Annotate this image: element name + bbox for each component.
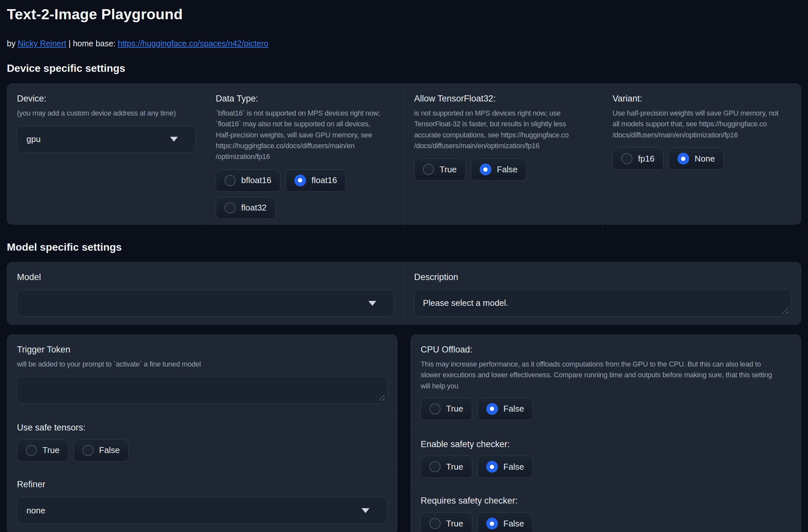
radio-option-label: True [446,462,463,472]
byline: by Nicky Reinert | home base: https://hu… [7,38,801,48]
radio-icon [621,153,632,164]
radio-option-label: False [503,404,525,414]
home-base-link[interactable]: https://huggingface.co/spaces/n42/picter… [118,39,268,48]
cpu-offload-radio-group: True False [421,398,791,420]
requires-safety-checker-label: Requires safety checker: [421,495,791,507]
cpu-offload-label: CPU Offload: [421,344,791,355]
description-field: Description Please select a model. [404,262,801,325]
allow-tensorfloat32-label: Allow TensorFloat32: [414,93,593,105]
model-label: Model [17,272,394,283]
radio-option-bfloat16[interactable]: bfloat16 [216,169,280,191]
variant-info: Use half-precision weights will save GPU… [612,108,791,140]
radio-option-label: False [497,165,518,175]
device-settings-panel: Device: (you may add a custom device add… [7,84,801,224]
radio-icon [294,175,306,186]
resize-handle-icon[interactable] [376,392,385,401]
model-settings-heading: Model specific settings [7,241,801,253]
radio-icon [486,461,498,473]
radio-icon [429,461,441,472]
radio-option-true[interactable]: True [414,158,466,181]
resize-handle-icon[interactable] [780,306,788,314]
enable-safety-checker-radio-group: True False [421,456,791,478]
enable-safety-checker-label: Enable safety checker: [421,439,791,450]
device-field: Device: (you may add a custom device add… [7,84,206,228]
data-type-label: Data Type: [216,93,394,105]
model-panel: Model Description Please select a model. [7,262,801,325]
device-info: (you may add a custom device address at … [17,108,196,118]
radio-icon [224,202,236,214]
radio-icon [678,153,689,165]
radio-icon [429,518,441,529]
radio-option-float32[interactable]: float32 [216,197,275,219]
radio-option-false[interactable]: False [471,158,527,181]
radio-option-label: False [503,519,525,529]
radio-option-label: float16 [312,175,337,185]
description-textarea[interactable]: Please select a model. [414,289,791,317]
model-dropdown[interactable] [17,290,394,317]
radio-option-label: None [695,154,715,164]
radio-option-label: True [440,165,457,175]
device-dropdown[interactable]: gpu [17,126,196,152]
variant-radio-group: fp16 None [612,148,791,170]
author-link[interactable]: Nicky Reinert [18,39,66,48]
radio-option-label: True [446,519,463,529]
allow-tensorfloat32-info: is not supported on MPS devices right no… [414,108,593,151]
radio-icon [224,175,236,186]
data-type-field: Data Type: `bfloat16` is not supported o… [206,84,404,228]
trigger-token-label: Trigger Token [17,344,387,355]
radio-option-label: True [42,445,60,455]
device-label: Device: [17,93,196,105]
chevron-down-icon [170,137,178,142]
use-safe-tensors-field: Use safe tensors: True False [7,413,397,470]
cpu-offload-field: CPU Offload: This may increase performan… [411,335,801,430]
trigger-token-textarea[interactable] [17,376,387,403]
refiner-dropdown-value: none [26,506,45,516]
device-dropdown-value: gpu [26,134,40,144]
radio-option-true[interactable]: True [17,439,69,461]
refiner-field: Refiner none [7,470,397,532]
performance-panel: CPU Offload: This may increase performan… [410,334,801,532]
data-type-radio-group: bfloat16 float16 float32 [216,169,394,219]
radio-option-label: False [99,445,120,455]
description-value: Please select a model. [423,298,509,308]
radio-option-false[interactable]: False [477,398,533,420]
finetune-panel: Trigger Token will be added to your prom… [7,334,398,532]
radio-option-fp16[interactable]: fp16 [612,148,663,170]
chevron-down-icon [362,508,369,513]
radio-option-label: False [503,462,525,472]
chevron-down-icon [368,301,376,306]
variant-label: Variant: [612,93,791,105]
refiner-dropdown[interactable]: none [17,497,387,524]
refiner-label: Refiner [17,479,387,490]
radio-option-label: bfloat16 [241,175,272,185]
radio-icon [429,403,441,415]
allow-tensorfloat32-radio-group: True False [414,158,593,181]
description-label: Description [414,272,791,283]
byline-prefix: by [7,39,18,48]
radio-option-true[interactable]: True [421,512,472,532]
bottom-row: Trigger Token will be added to your prom… [7,334,801,532]
radio-option-false[interactable]: False [477,456,533,478]
radio-option-true[interactable]: True [421,456,472,478]
radio-option-label: fp16 [638,154,655,164]
radio-icon [26,445,37,456]
trigger-token-info: will be added to your prompt to `activat… [17,359,387,369]
cpu-offload-info: This may increase performance, as it off… [421,359,791,391]
use-safe-tensors-label: Use safe tensors: [17,422,387,434]
radio-icon [82,445,94,456]
radio-option-false[interactable]: False [477,512,533,532]
radio-icon [480,164,492,175]
requires-safety-checker-radio-group: True False [421,512,791,532]
radio-option-true[interactable]: True [421,398,472,420]
radio-icon [486,403,498,415]
trigger-token-field: Trigger Token will be added to your prom… [7,335,397,413]
radio-option-label: True [446,404,463,414]
radio-option-none[interactable]: None [669,148,724,170]
requires-safety-checker-field: Requires safety checker: True False [411,486,801,532]
radio-option-false[interactable]: False [74,439,129,461]
radio-icon [423,164,434,175]
variant-field: Variant: Use half-precision weights will… [602,84,801,228]
model-field: Model [7,262,404,325]
radio-icon [486,518,498,529]
radio-option-float16[interactable]: float16 [286,169,346,191]
